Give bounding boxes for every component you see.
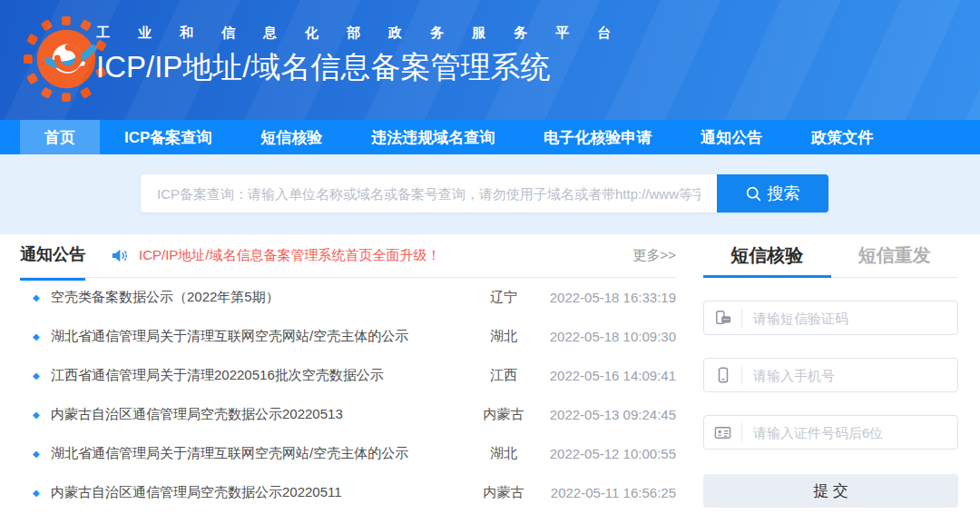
header: 工业和信息化部政务服务平台 ICP/IP地址/域名信息备案管理系统 — [0, 0, 980, 120]
notice-item-title[interactable]: 内蒙古自治区通信管理局空壳数据公示20220511 — [51, 484, 467, 501]
nav-item-icp-query[interactable]: ICP备案查询 — [100, 120, 236, 154]
phone-field — [703, 358, 958, 392]
notice-row[interactable]: ◆ 内蒙古自治区通信管理局空壳数据公示20220513 内蒙古 2022-05-… — [20, 395, 676, 434]
nav-item-policy[interactable]: 政策文件 — [787, 120, 897, 154]
notice-item-province: 江西 — [467, 367, 540, 384]
notice-item-province: 内蒙古 — [467, 406, 540, 423]
header-subtitle: 工业和信息化部政务服务平台 — [96, 25, 639, 39]
notice-item-title[interactable]: 空壳类备案数据公示（2022年第5期） — [51, 289, 467, 306]
notice-panel: 通知公告 ICP/IP地址/域名信息备案管理系统首页全面升级！ 更多>> ◆ 空… — [20, 234, 676, 512]
notice-item-title[interactable]: 江西省通信管理局关于清理20220516批次空壳数据公示 — [51, 367, 467, 384]
notice-row[interactable]: ◆ 空壳类备案数据公示（2022年第5期） 辽宁 2022-05-18 16:3… — [20, 278, 676, 317]
tab-sms-resend[interactable]: 短信重发 — [831, 234, 959, 277]
notice-item-province: 辽宁 — [467, 289, 540, 306]
marquee-text[interactable]: ICP/IP地址/域名信息备案管理系统首页全面升级！ — [139, 247, 441, 264]
id-card-icon — [704, 422, 742, 442]
notice-row[interactable]: ◆ 内蒙古自治区通信管理局空壳数据公示20220511 内蒙古 2022-05-… — [20, 473, 676, 512]
diamond-bullet-icon: ◆ — [33, 292, 51, 302]
nav-item-notice[interactable]: 通知公告 — [676, 120, 787, 154]
id-number-input[interactable] — [742, 416, 957, 449]
mobile-phone-icon — [704, 365, 742, 385]
sms-code-input[interactable] — [742, 302, 957, 334]
notice-row[interactable]: ◆ 湖北省通信管理局关于清理互联网空壳网站/空壳主体的公示 湖北 2022-05… — [20, 434, 676, 473]
page: 工业和信息化部政务服务平台 ICP/IP地址/域名信息备案管理系统 首页 ICP… — [0, 0, 980, 524]
notice-marquee[interactable]: ICP/IP地址/域名信息备案管理系统首页全面升级！ — [111, 247, 441, 264]
tab-sms-verify[interactable]: 短信核验 — [703, 234, 831, 277]
sms-message-icon — [704, 308, 742, 328]
nav-item-sms-verify[interactable]: 短信核验 — [236, 120, 347, 154]
page-title: ICP/IP地址/域名信息备案管理系统 — [96, 52, 639, 82]
diamond-bullet-icon: ◆ — [33, 488, 51, 498]
nav-item-illegal-domain-query[interactable]: 违法违规域名查询 — [347, 120, 519, 154]
submit-button[interactable]: 提 交 — [703, 474, 958, 508]
notice-item-province: 湖北 — [467, 328, 540, 345]
search-input[interactable] — [141, 174, 717, 213]
notice-item-datetime: 2022-05-11 16:56:25 — [540, 485, 676, 500]
sms-code-field — [703, 301, 958, 335]
content: 通知公告 ICP/IP地址/域名信息备案管理系统首页全面升级！ 更多>> ◆ 空… — [0, 234, 980, 524]
phone-input[interactable] — [742, 359, 957, 391]
notice-item-datetime: 2022-05-18 10:09:30 — [540, 329, 676, 344]
notice-list: ◆ 空壳类备案数据公示（2022年第5期） 辽宁 2022-05-18 16:3… — [20, 278, 676, 512]
notice-header: 通知公告 ICP/IP地址/域名信息备案管理系统首页全面升级！ 更多>> — [20, 234, 676, 278]
search-button[interactable]: 搜索 — [717, 174, 828, 213]
sms-tabs: 短信核验 短信重发 — [703, 234, 958, 278]
id-number-field — [703, 415, 958, 450]
notice-item-datetime: 2022-05-18 16:33:19 — [540, 290, 676, 305]
main-nav: 首页 ICP备案查询 短信核验 违法违规域名查询 电子化核验申请 通知公告 政策… — [0, 120, 980, 154]
search-icon — [746, 186, 761, 202]
sms-panel: 短信核验 短信重发 — [703, 234, 958, 508]
diamond-bullet-icon: ◆ — [33, 371, 51, 381]
speaker-icon — [111, 248, 128, 263]
notice-row[interactable]: ◆ 江西省通信管理局关于清理20220516批次空壳数据公示 江西 2022-0… — [20, 356, 676, 395]
notice-item-title[interactable]: 内蒙古自治区通信管理局空壳数据公示20220513 — [51, 406, 467, 423]
search-section: 搜索 — [0, 154, 980, 234]
diamond-bullet-icon: ◆ — [33, 410, 51, 420]
diamond-bullet-icon: ◆ — [33, 449, 51, 459]
notice-item-datetime: 2022-05-16 14:09:41 — [540, 368, 676, 383]
nav-item-e-verify-apply[interactable]: 电子化核验申请 — [519, 120, 676, 154]
notice-item-province: 湖北 — [467, 445, 540, 462]
notice-item-title[interactable]: 湖北省通信管理局关于清理互联网空壳网站/空壳主体的公示 — [51, 445, 467, 462]
notice-row[interactable]: ◆ 湖北省通信管理局关于清理互联网空壳网站/空壳主体的公示 湖北 2022-05… — [20, 317, 676, 356]
search-button-label: 搜索 — [768, 183, 800, 204]
notice-item-datetime: 2022-05-12 10:00:55 — [540, 446, 676, 461]
notice-item-title[interactable]: 湖北省通信管理局关于清理互联网空壳网站/空壳主体的公示 — [51, 328, 467, 345]
search-box: 搜索 — [141, 174, 828, 213]
nav-item-home[interactable]: 首页 — [20, 120, 100, 154]
diamond-bullet-icon: ◆ — [33, 331, 51, 341]
notice-item-datetime: 2022-05-13 09:24:45 — [540, 407, 676, 422]
more-link[interactable]: 更多>> — [632, 247, 676, 264]
notice-item-province: 内蒙古 — [467, 484, 540, 501]
notice-section-title: 通知公告 — [20, 243, 85, 281]
